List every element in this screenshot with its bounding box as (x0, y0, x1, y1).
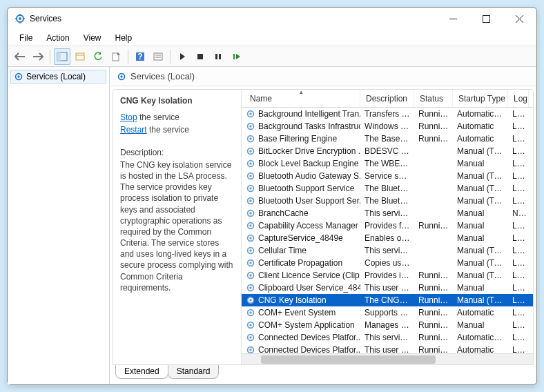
table-row[interactable]: COM+ Event SystemSupports Sy...RunningAu… (242, 306, 533, 319)
svc-desc: Supports Sy... (360, 308, 414, 317)
menu-help[interactable]: Help (109, 31, 139, 45)
col-logon[interactable]: Log (508, 90, 529, 107)
svc-desc: The Base Fil... (360, 134, 414, 144)
gear-icon (246, 121, 255, 131)
svc-startup: Manual (Trig... (453, 271, 508, 280)
svc-status: Running (414, 345, 453, 353)
table-row[interactable]: Certificate PropagationCopies user ...Ma… (242, 257, 533, 269)
separator (170, 50, 171, 63)
svc-logon: Loc (508, 271, 529, 280)
table-row[interactable]: Clipboard User Service_4849eThis user se… (242, 282, 533, 294)
col-status[interactable]: Status (414, 90, 453, 107)
svc-name: Background Intelligent Tran... (258, 109, 360, 119)
svg-text:?: ? (137, 52, 142, 61)
svc-name: Clipboard User Service_4849e (258, 283, 360, 293)
menu-file[interactable]: File (13, 31, 39, 45)
gear-icon (14, 72, 23, 81)
table-row[interactable]: Base Filtering EngineThe Base Fil...Runn… (242, 133, 533, 145)
description-pane: CNG Key Isolation Stop the service Resta… (113, 90, 242, 364)
svc-desc: Manages th... (360, 320, 414, 330)
show-hide-tree-button[interactable] (54, 48, 70, 65)
gear-icon (246, 283, 255, 293)
table-row[interactable]: BitLocker Drive Encryption ...BDESVC hos… (242, 145, 533, 157)
svc-logon: Loc (508, 221, 529, 231)
tab-extended[interactable]: Extended (115, 365, 168, 379)
properties-button[interactable] (72, 48, 88, 65)
description-text: The CNG key isolation service is hosted … (120, 159, 234, 293)
table-row[interactable]: Background Tasks Infrastruc...Windows in… (242, 120, 533, 133)
table-row[interactable]: CNG Key IsolationThe CNG ke...RunningMan… (242, 294, 533, 306)
horizontal-scrollbar[interactable] (242, 353, 533, 364)
restart-link[interactable]: Restart (120, 125, 147, 135)
start-service-button[interactable] (174, 48, 191, 65)
refresh-button[interactable] (90, 48, 106, 65)
table-row[interactable]: CaptureService_4849eEnables opti...Manua… (242, 232, 533, 244)
svc-logon: Loc (508, 333, 529, 342)
svg-rect-23 (233, 54, 235, 59)
svc-desc: BDESVC hos... (360, 146, 414, 156)
export-button[interactable] (108, 48, 124, 65)
svc-startup: Manual (453, 233, 508, 243)
table-row[interactable]: Connected Devices Platfor...This service… (242, 331, 533, 344)
col-description[interactable]: Description (360, 90, 414, 107)
svc-startup: Automatic (453, 121, 508, 131)
svc-startup: Manual (453, 208, 508, 218)
svg-point-65 (249, 336, 252, 339)
table-row[interactable]: Bluetooth Audio Gateway S...Service sup.… (242, 170, 533, 182)
col-name[interactable]: Name (242, 90, 360, 107)
gear-icon (246, 184, 255, 193)
back-button[interactable] (12, 48, 28, 65)
svc-logon: Loc (508, 134, 529, 144)
svg-point-35 (249, 150, 252, 153)
table-row[interactable]: COM+ System ApplicationManages th...Runn… (242, 319, 533, 331)
minimize-button[interactable] (443, 12, 463, 26)
svc-startup: Manual (453, 221, 508, 231)
scroll-thumb[interactable] (261, 355, 436, 364)
forward-button[interactable] (30, 48, 46, 65)
table-row[interactable]: Client Licence Service (Clip...Provides … (242, 269, 533, 282)
table-row[interactable]: Block Level Backup Engine ...The WBENG..… (242, 157, 533, 170)
svc-desc: Service sup... (360, 171, 414, 181)
table-row[interactable]: Capability Access Manager ...Provides fa… (242, 219, 533, 232)
action-button[interactable] (150, 48, 166, 65)
svc-desc: The Bluetoo... (360, 184, 414, 193)
table-row[interactable]: Bluetooth User Support Ser...The Bluetoo… (242, 195, 533, 207)
svc-name: Connected Devices Platfor... (258, 345, 360, 353)
tree-item-services-local[interactable]: Services (Local) (10, 70, 106, 84)
description-label: Description: (120, 147, 234, 158)
svc-status: Running (414, 134, 453, 144)
svc-desc: This user ser... (360, 283, 414, 293)
toolbar: ? (8, 46, 536, 67)
table-row[interactable]: BranchCacheThis service ...ManualNet (242, 207, 533, 219)
stop-service-button[interactable] (192, 48, 208, 65)
table-row[interactable]: Background Intelligent Tran...Transfers … (242, 108, 533, 120)
titlebar[interactable]: Services (8, 8, 536, 30)
table-row[interactable]: Connected Devices Platfor...This user se… (242, 344, 533, 353)
svc-name: Capability Access Manager ... (258, 221, 360, 231)
svc-desc: This user ser... (360, 345, 414, 353)
table-row[interactable]: Bluetooth Support ServiceThe Bluetoo...M… (242, 182, 533, 195)
pause-service-button[interactable] (210, 48, 226, 65)
svc-desc: Transfers fil... (360, 109, 414, 119)
menubar: File Action View Help (8, 30, 536, 46)
menu-view[interactable]: View (77, 31, 108, 45)
tab-standard[interactable]: Standard (168, 365, 220, 379)
gear-icon (246, 109, 255, 119)
svg-point-51 (249, 249, 252, 252)
svc-logon: Loc (508, 246, 529, 255)
gear-icon (246, 308, 255, 317)
col-startup-type[interactable]: Startup Type (453, 90, 508, 107)
svc-logon: Loc (508, 121, 529, 131)
svc-name: COM+ System Application (258, 320, 355, 330)
close-button[interactable] (509, 12, 530, 26)
rows-container: Background Intelligent Tran...Transfers … (242, 108, 533, 353)
svc-logon: Loc (508, 196, 529, 206)
svc-startup: Manual (Trig... (453, 184, 508, 193)
restart-service-button[interactable] (228, 48, 244, 65)
menu-action[interactable]: Action (40, 31, 75, 45)
maximize-button[interactable] (476, 12, 496, 26)
table-row[interactable]: Cellular TimeThis service ...Manual (Tri… (242, 244, 533, 257)
svc-status: Running (414, 283, 453, 293)
help-button[interactable]: ? (132, 48, 148, 65)
stop-link[interactable]: Stop (120, 112, 137, 122)
